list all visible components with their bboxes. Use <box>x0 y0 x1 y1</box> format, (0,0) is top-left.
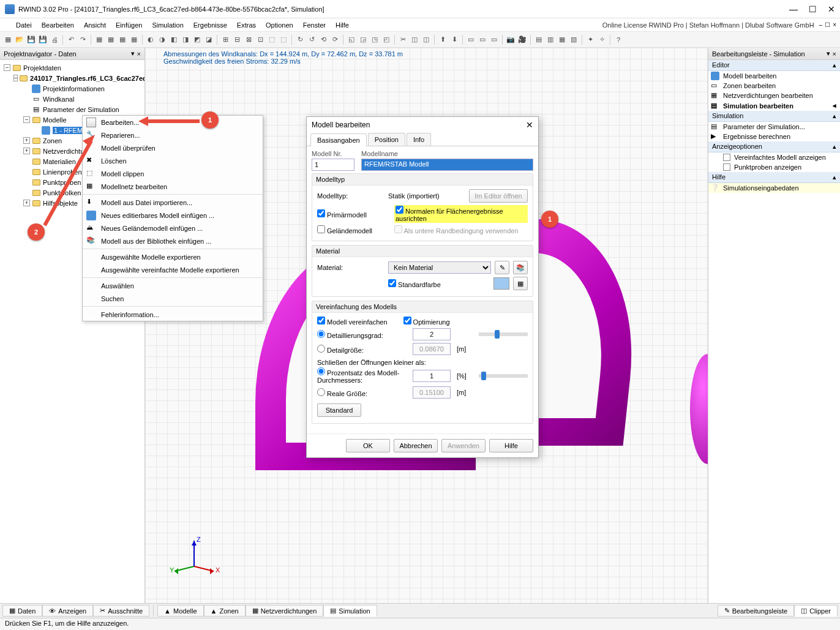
tool-undo-icon[interactable]: ↶ <box>66 34 77 45</box>
tool-saveall-icon[interactable]: 💾 <box>37 34 48 45</box>
tool-cube2-icon[interactable]: ◲ <box>358 34 369 45</box>
detailgrad-field[interactable] <box>413 328 451 340</box>
tool-redo-icon[interactable]: ↷ <box>77 34 88 45</box>
modelnr-field[interactable] <box>312 159 354 171</box>
tab-bearbeitungsleiste[interactable]: ✎Bearbeitungsleiste <box>718 605 795 617</box>
detailgrad-slider[interactable] <box>479 332 528 336</box>
tool-exp2-icon[interactable]: ⬇ <box>449 34 460 45</box>
prozent-field[interactable] <box>413 370 451 382</box>
tree-expand-icon[interactable]: + <box>23 148 30 154</box>
tab-daten[interactable]: ▦Daten <box>2 605 42 617</box>
tool-view2-icon[interactable]: ⊟ <box>231 34 242 45</box>
tree-root[interactable]: Projektdaten <box>23 64 61 72</box>
ctx-select[interactable]: Auswählen <box>83 279 263 292</box>
collapse-icon[interactable]: ▴ <box>833 61 836 69</box>
tab-simulation[interactable]: ▤Simulation <box>323 605 377 617</box>
tool-cube1-icon[interactable]: ◱ <box>346 34 357 45</box>
tab-zonen[interactable]: ▲Zonen <box>204 605 246 617</box>
tool-cube4-icon[interactable]: ◰ <box>381 34 392 45</box>
tree-item[interactable]: Windkanal <box>43 96 74 103</box>
display-item-punktproben[interactable]: Punktproben anzeigen <box>708 162 840 172</box>
menu-optionen[interactable]: Optionen <box>266 21 293 29</box>
tree-project[interactable]: 241017_Triangles.rf6_LC3_6cac27ed <box>30 75 144 82</box>
editor-item-mesh[interactable]: ▦Netzverdichtungen bearbeiten <box>708 91 840 100</box>
ctx-from-library[interactable]: 📚Modell aus der Bibliothek einfügen ... <box>83 234 263 247</box>
tool-misc2-icon[interactable]: ✧ <box>596 34 607 45</box>
tool-save-icon[interactable]: 💾 <box>26 34 37 45</box>
model-simplify-checkbox[interactable]: Modell vereinfachen <box>317 317 388 326</box>
tool-cam2-icon[interactable]: 🎥 <box>517 34 528 45</box>
tree-item[interactable]: Projektinformationen <box>43 85 105 92</box>
menu-extras[interactable]: Extras <box>237 21 256 29</box>
tool-sim3-icon[interactable]: ◧ <box>168 34 179 45</box>
collapse-icon[interactable]: ▴ <box>833 143 836 151</box>
navigator-close-icon[interactable]: × <box>137 50 141 58</box>
checkbox-icon[interactable] <box>723 154 730 161</box>
ctx-reparieren[interactable]: 🔧Reparieren... <box>83 129 263 141</box>
prozent-slider[interactable] <box>479 374 528 378</box>
menu-simulation[interactable]: Simulation <box>152 21 183 29</box>
sim-item-parameter[interactable]: ▤Parameter der Simulation... <box>708 122 840 132</box>
menu-ansicht[interactable]: Ansicht <box>84 21 106 29</box>
menu-fenster[interactable]: Fenster <box>303 21 326 29</box>
tree-expand-icon[interactable]: – <box>23 116 30 123</box>
ctx-new-terrain[interactable]: ⛰Neues Geländemodell einfügen ... <box>83 222 263 234</box>
tab-modelle[interactable]: ▲Modelle <box>157 605 203 617</box>
menu-einfuegen[interactable]: Einfügen <box>116 21 142 29</box>
tool-sim2-icon[interactable]: ◑ <box>157 34 168 45</box>
ctx-mesh[interactable]: ▦Modellnetz bearbeiten <box>83 180 263 193</box>
tree-item[interactable]: Parameter der Simulation <box>43 106 119 113</box>
ctx-new-editable[interactable]: Neues editierbares Modell einfügen ... <box>83 209 263 222</box>
dialog-close-button[interactable]: ✕ <box>526 120 533 130</box>
material-edit-button[interactable]: ✎ <box>495 261 509 274</box>
tool-win1-icon[interactable]: ▭ <box>465 34 476 45</box>
tree-expand-icon[interactable]: – <box>13 75 18 81</box>
maximize-button[interactable]: ☐ <box>809 4 817 14</box>
ctx-clip[interactable]: ⬚Modell clippen <box>83 167 263 180</box>
tool-view4-icon[interactable]: ⊡ <box>255 34 266 45</box>
tool-res2-icon[interactable]: ▥ <box>545 34 556 45</box>
ctx-export-simpl[interactable]: Ausgewählte vereinfachte Modelle exporti… <box>83 263 263 276</box>
tool-view3-icon[interactable]: ⊠ <box>243 34 254 45</box>
tab-netzverdichtungen[interactable]: ▦Netzverdichtungen <box>246 605 324 617</box>
tool-rot1-icon[interactable]: ↻ <box>294 34 306 45</box>
tab-position[interactable]: Position <box>368 133 405 146</box>
sim-item-calc[interactable]: ▶Ergebnisse berechnen <box>708 132 840 141</box>
modelname-field[interactable]: RFEM/RSTAB Modell <box>361 159 533 171</box>
close-button[interactable]: ✕ <box>828 4 835 14</box>
tool-rot3-icon[interactable]: ⟲ <box>318 34 329 45</box>
menu-datei[interactable]: Datei <box>16 21 32 29</box>
navigator-dropdown-icon[interactable]: ▾ <box>131 50 135 58</box>
optimierung-checkbox[interactable]: Optimierung <box>403 317 450 326</box>
tab-ausschnitte[interactable]: ✂Ausschnitte <box>93 605 149 617</box>
tool-cube3-icon[interactable]: ◳ <box>369 34 380 45</box>
mdi-minimize-button[interactable]: – <box>819 21 823 28</box>
tool-new-icon[interactable]: ▦ <box>2 34 13 45</box>
tool-exp1-icon[interactable]: ⬆ <box>437 34 448 45</box>
ctx-check[interactable]: Modell überprüfen <box>83 141 263 154</box>
menu-ergebnisse[interactable]: Ergebnisse <box>193 21 227 29</box>
collapse-icon[interactable]: ▴ <box>833 173 836 181</box>
editor-item-simulation[interactable]: ▤Simulation bearbeiten◂ <box>708 100 840 111</box>
tool-clip1-icon[interactable]: ✂ <box>397 34 408 45</box>
tool-mesh-icon[interactable]: ▦ <box>94 34 105 45</box>
ctx-search[interactable]: Suchen <box>83 292 263 305</box>
tab-info[interactable]: Info <box>407 133 431 146</box>
tool-mesh4-icon[interactable]: ▦ <box>129 34 140 45</box>
menu-hilfe[interactable]: Hilfe <box>336 21 349 29</box>
tool-mesh2-icon[interactable]: ▦ <box>105 34 116 45</box>
material-select[interactable]: Kein Material <box>388 261 491 274</box>
tree-expand-icon[interactable]: + <box>23 200 30 206</box>
tool-view1-icon[interactable]: ⊞ <box>220 34 231 45</box>
tool-rot2-icon[interactable]: ↺ <box>306 34 317 45</box>
standard-button[interactable]: Standard <box>317 403 361 417</box>
ctx-import[interactable]: ⬇Modell aus Datei importieren... <box>83 196 263 209</box>
tab-clipper[interactable]: ◫Clipper <box>794 605 838 617</box>
tool-res4-icon[interactable]: ▧ <box>568 34 579 45</box>
gelaende-checkbox[interactable]: Geländemodell <box>317 225 391 234</box>
display-item-simplified[interactable]: Vereinfachtes Modell anzeigen <box>708 152 840 162</box>
standardfarbe-checkbox[interactable]: Standardfarbe <box>388 279 441 288</box>
primarmodell-checkbox[interactable]: Primärmodell <box>317 209 391 219</box>
tool-win3-icon[interactable]: ▭ <box>489 34 500 45</box>
tool-sim1-icon[interactable]: ◐ <box>145 34 156 45</box>
